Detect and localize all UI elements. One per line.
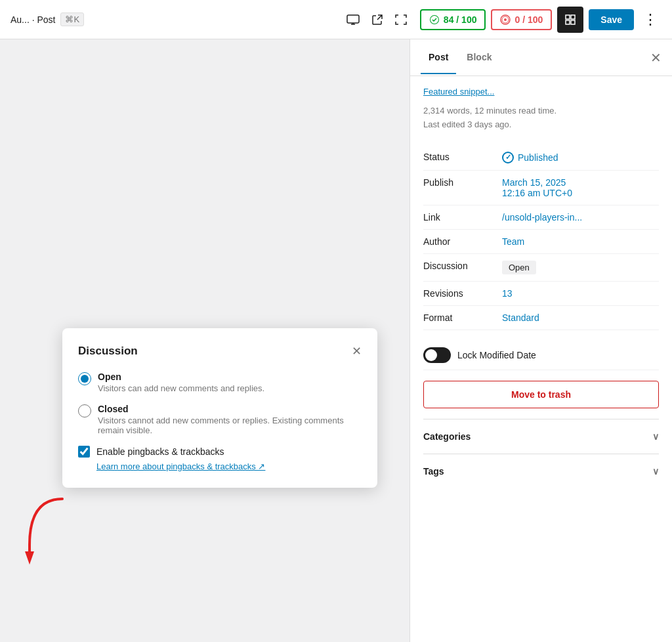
format-value[interactable]: Standard — [502, 305, 659, 330]
toggle-track — [423, 347, 451, 363]
svg-marker-8 — [25, 551, 34, 565]
radio-open-desc: Visitors can add new comments and replie… — [98, 383, 264, 393]
toggle-thumb — [425, 349, 437, 361]
topbar-view-icons — [344, 11, 410, 28]
sidebar-content: Featured snippet... 2,314 words, 12 minu… — [410, 76, 672, 499]
tags-label: Tags — [423, 466, 444, 477]
pingbacks-checkbox-row: Enable pingbacks & trackbacks — [78, 446, 362, 458]
categories-section: Categories ∨ — [423, 419, 659, 454]
pingbacks-checkbox[interactable] — [78, 446, 90, 458]
main-layout: Discussion ✕ Open Visitors can add new c… — [0, 39, 672, 642]
sidebar-close-button[interactable]: ✕ — [650, 50, 662, 66]
tags-section: Tags ∨ — [423, 454, 659, 488]
svg-point-3 — [504, 18, 507, 21]
popup-title: Discussion — [78, 345, 138, 358]
link-row: Link /unsold-players-in... — [423, 205, 659, 229]
tab-block[interactable]: Block — [459, 41, 499, 74]
revisions-label: Revisions — [423, 281, 502, 305]
topbar: Au... · Post ⌘K 84 / 100 — [0, 0, 672, 39]
format-label: Format — [423, 305, 502, 330]
more-options-button[interactable]: ⋮ — [639, 9, 662, 31]
tags-accordion-header[interactable]: Tags ∨ — [423, 465, 659, 478]
desktop-view-button[interactable] — [344, 12, 362, 28]
radio-open-content: Open Visitors can add new comments and r… — [98, 372, 264, 393]
revisions-row: Revisions 13 — [423, 281, 659, 305]
discussion-label: Discussion — [423, 253, 502, 281]
topbar-title: Au... · Post — [10, 14, 55, 25]
post-stats: 2,314 words, 12 minutes read time.Last e… — [423, 104, 659, 132]
block-editor-button[interactable] — [557, 7, 583, 33]
learn-more-link[interactable]: Learn more about pingbacks & trackbacks … — [96, 461, 265, 471]
move-to-trash-button[interactable]: Move to trash — [423, 381, 659, 408]
readability-score-badge: 0 / 100 — [491, 9, 552, 30]
author-row: Author Team — [423, 229, 659, 253]
publish-label: Publish — [423, 170, 502, 205]
published-text: Published — [518, 152, 558, 163]
publish-value[interactable]: March 15, 202512:16 am UTC+0 — [502, 170, 659, 205]
format-row: Format Standard — [423, 305, 659, 330]
svg-rect-0 — [347, 15, 359, 23]
meta-table: Status ✓ Published Publish March 15, 202… — [423, 145, 659, 330]
publish-row: Publish March 15, 202512:16 am UTC+0 — [423, 170, 659, 205]
tab-post[interactable]: Post — [421, 41, 456, 74]
revisions-value[interactable]: 13 — [502, 281, 659, 305]
sidebar-tabs: Post Block ✕ — [410, 39, 672, 76]
radio-closed-desc: Visitors cannot add new comments or repl… — [98, 416, 362, 435]
author-label: Author — [423, 229, 502, 253]
discussion-row: Discussion Open — [423, 253, 659, 281]
post-link[interactable]: Featured snippet... — [423, 87, 659, 96]
popup-close-button[interactable]: ✕ — [352, 344, 362, 358]
popup-header: Discussion ✕ — [78, 344, 362, 358]
keyboard-shortcut: ⌘K — [60, 12, 84, 26]
seo-score-value: 84 / 100 — [444, 14, 477, 25]
readability-score-value: 0 / 100 — [514, 14, 543, 25]
topbar-left: Au... · Post ⌘K — [10, 12, 339, 26]
status-row: Status ✓ Published — [423, 145, 659, 171]
radio-open-option: Open Visitors can add new comments and r… — [78, 372, 362, 393]
categories-accordion-header[interactable]: Categories ∨ — [423, 430, 659, 443]
sidebar: Post Block ✕ Featured snippet... 2,314 w… — [410, 39, 672, 642]
external-link-button[interactable] — [369, 11, 386, 28]
categories-chevron-icon: ∨ — [652, 431, 659, 442]
tags-chevron-icon: ∨ — [652, 466, 659, 477]
radio-closed-label: Closed — [98, 404, 362, 414]
svg-rect-6 — [566, 20, 570, 24]
svg-rect-5 — [571, 15, 575, 19]
save-button[interactable]: Save — [589, 9, 634, 30]
radio-closed-option: Closed Visitors cannot add new comments … — [78, 404, 362, 435]
topbar-actions: 84 / 100 0 / 100 Save ⋮ — [420, 7, 662, 33]
author-value[interactable]: Team — [502, 229, 659, 253]
radio-closed-content: Closed Visitors cannot add new comments … — [98, 404, 362, 435]
fullscreen-button[interactable] — [392, 11, 410, 28]
svg-rect-7 — [571, 20, 575, 24]
pingbacks-label: Enable pingbacks & trackbacks — [96, 446, 224, 457]
status-value: ✓ Published — [502, 145, 659, 171]
lock-modified-label: Lock Modified Date — [457, 350, 536, 360]
seo-score-badge: 84 / 100 — [420, 9, 486, 30]
link-value[interactable]: /unsold-players-in... — [502, 205, 659, 229]
lock-modified-row: Lock Modified Date — [423, 341, 659, 370]
discussion-badge[interactable]: Open — [502, 261, 536, 274]
editor-area: Discussion ✕ Open Visitors can add new c… — [0, 39, 410, 642]
radio-open-label: Open — [98, 372, 264, 382]
discussion-value: Open — [502, 253, 659, 281]
svg-rect-4 — [566, 15, 570, 19]
status-label: Status — [423, 145, 502, 171]
categories-label: Categories — [423, 431, 471, 442]
arrow-indicator — [20, 492, 72, 574]
link-label: Link — [423, 205, 502, 229]
radio-closed-input[interactable] — [78, 404, 91, 417]
lock-toggle[interactable] — [423, 347, 451, 363]
discussion-popup: Discussion ✕ Open Visitors can add new c… — [62, 328, 377, 488]
radio-open-input[interactable] — [78, 372, 91, 385]
published-icon: ✓ — [502, 152, 514, 163]
published-status: ✓ Published — [502, 152, 659, 163]
